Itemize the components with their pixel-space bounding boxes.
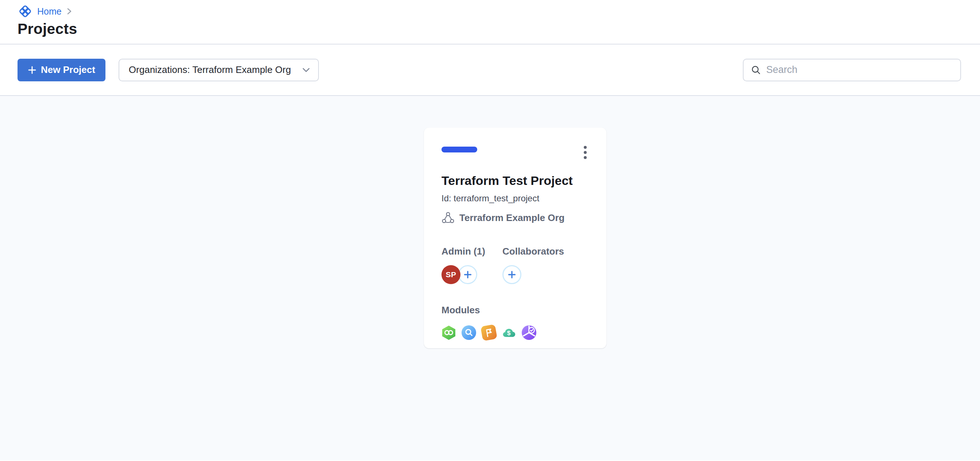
organization-filter-value: Organizations: Terraform Example Org xyxy=(129,64,291,75)
organization-filter-dropdown[interactable]: Organizations: Terraform Example Org xyxy=(119,59,319,81)
breadcrumb: Home xyxy=(18,3,963,20)
organization-icon xyxy=(441,211,455,224)
svg-text:$: $ xyxy=(507,330,511,337)
collaborators-label: Collaborators xyxy=(503,246,564,257)
projects-grid: Terraform Test Project Id: terraform_tes… xyxy=(0,96,980,460)
kebab-dot xyxy=(584,156,587,159)
plus-icon xyxy=(463,270,472,279)
modules-row: $ xyxy=(441,325,589,340)
project-organization[interactable]: Terraform Example Org xyxy=(441,211,589,224)
add-admin-button[interactable] xyxy=(458,265,477,284)
admin-label: Admin (1) xyxy=(441,246,503,257)
page-title: Projects xyxy=(18,21,963,38)
page-header: Home Projects xyxy=(0,0,980,45)
breadcrumb-home-link[interactable]: Home xyxy=(37,6,62,17)
chevron-down-icon xyxy=(302,67,310,73)
plus-icon xyxy=(28,66,37,75)
add-collaborator-button[interactable] xyxy=(503,265,521,284)
donut-check-module-icon[interactable] xyxy=(522,325,536,340)
modules-label: Modules xyxy=(441,305,589,316)
search-box[interactable] xyxy=(743,59,961,81)
app-logo-icon xyxy=(18,4,33,19)
project-organization-name: Terraform Example Org xyxy=(459,212,565,224)
toolbar: New Project Organizations: Terraform Exa… xyxy=(0,45,980,96)
project-title: Terraform Test Project xyxy=(441,174,589,188)
plus-icon xyxy=(508,270,516,279)
new-project-label: New Project xyxy=(41,64,95,75)
chevron-right-icon xyxy=(67,7,72,15)
search-icon xyxy=(751,65,761,75)
flag-module-icon[interactable] xyxy=(480,324,497,341)
project-id: Id: terraform_test_project xyxy=(441,193,589,203)
magnifier-module-icon[interactable] xyxy=(461,325,476,340)
projects-page: Home Projects New Project Organizations:… xyxy=(0,0,980,461)
infinity-module-icon[interactable] xyxy=(441,325,456,340)
admin-avatar[interactable]: SP xyxy=(441,265,460,284)
cloud-dollar-module-icon[interactable]: $ xyxy=(502,325,516,340)
new-project-button[interactable]: New Project xyxy=(18,59,105,81)
kebab-dot xyxy=(584,151,587,154)
project-card[interactable]: Terraform Test Project Id: terraform_tes… xyxy=(424,128,606,348)
project-menu-button[interactable] xyxy=(581,145,590,161)
project-color-bar xyxy=(441,146,477,153)
kebab-dot xyxy=(584,146,587,149)
search-input[interactable] xyxy=(766,64,953,75)
